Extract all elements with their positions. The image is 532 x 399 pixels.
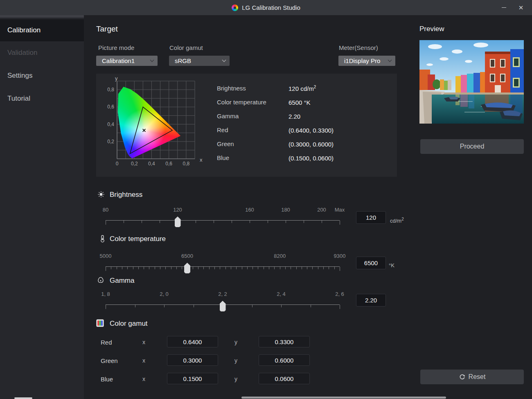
slider-scale-label: 2, 6: [335, 291, 344, 297]
color-gamut-dropdown[interactable]: sRGB: [169, 56, 230, 66]
proceed-button[interactable]: Proceed: [420, 139, 524, 154]
gamut-green-y-label: y: [234, 357, 237, 364]
app-color-wheel-icon: [232, 5, 238, 11]
target-heading: Target: [96, 25, 118, 34]
slider-scale-label: 160: [245, 207, 254, 213]
close-button[interactable]: ✕: [512, 0, 530, 15]
chevron-down-icon: [222, 58, 226, 62]
slider-thumb[interactable]: [175, 216, 181, 227]
slider-track[interactable]: [106, 266, 340, 267]
slider-scale-label: 1, 8: [101, 291, 110, 297]
color-gamut-rgb-icon: [96, 319, 104, 327]
chevron-down-icon: [150, 58, 154, 62]
color-gamut-value: sRGB: [175, 57, 191, 64]
slider-thumb[interactable]: [220, 301, 226, 311]
gamut-blue-y-input[interactable]: [259, 373, 310, 384]
meter-sensor-dropdown[interactable]: i1Display Pro: [338, 56, 395, 66]
summary-color-temperature-label: Color temperature: [217, 99, 266, 106]
summary-green-value: (0.3000, 0.6000): [289, 140, 334, 148]
gamut-red-x-input[interactable]: [167, 336, 218, 347]
gamut-blue-label: Blue: [101, 376, 113, 383]
minimize-icon: [502, 7, 506, 8]
slider-scale-label: 180: [281, 207, 290, 213]
sidebar-top-strip: [0, 15, 84, 18]
summary-brightness-label: Brightness: [217, 85, 246, 92]
brightness-unit-label: cd/m2: [390, 217, 404, 224]
slider-scale-label: 2, 2: [218, 291, 227, 297]
summary-color-temperature-value: 6500 °K: [289, 99, 311, 106]
slider-scale-label: 2, 4: [277, 291, 286, 297]
gamut-red-y-input[interactable]: [259, 336, 310, 347]
proceed-button-label: Proceed: [460, 143, 485, 150]
meter-sensor-label: Meter(Sensor): [339, 44, 378, 51]
reset-button-label: Reset: [469, 373, 486, 381]
chevron-down-icon: [388, 58, 392, 62]
gamut-green-y-input[interactable]: [259, 354, 310, 366]
slider-scale-label: Max: [335, 207, 345, 213]
sidebar-item-settings[interactable]: Settings: [0, 65, 84, 87]
color-gamut-section-title: Color gamut: [110, 320, 148, 328]
gamma-value-input[interactable]: [356, 294, 386, 307]
reset-button[interactable]: Reset: [420, 370, 524, 384]
sidebar-scrollbar-thumb[interactable]: [14, 397, 32, 399]
color-gamut-label: Color gamut: [169, 44, 203, 51]
preview-heading: Preview: [419, 25, 444, 33]
summary-blue-value: (0.1500, 0.0600): [289, 154, 334, 162]
picture-mode-label: Picture mode: [98, 44, 134, 51]
slider-thumb[interactable]: [184, 263, 190, 273]
gamut-red-y-label: y: [234, 339, 237, 345]
slider-scale-label: 80: [103, 207, 108, 213]
slider-scale-label: 9300: [334, 253, 346, 259]
gamut-green-x-input[interactable]: [167, 354, 218, 366]
color-temperature-thermometer-icon: [98, 234, 106, 243]
reset-icon: [459, 374, 466, 381]
slider-scale-label: 200: [317, 207, 326, 213]
slider-scale-label: 8200: [274, 253, 286, 259]
horizontal-scrollbar-thumb[interactable]: [241, 397, 446, 399]
sidebar-item-tutorial[interactable]: Tutorial: [0, 88, 84, 110]
sidebar-item-label: Settings: [7, 72, 32, 80]
slider-track[interactable]: [106, 220, 340, 221]
gamma-section-title: Gamma: [110, 277, 134, 285]
summary-gamma-value: 2.20: [289, 113, 300, 120]
close-icon: ✕: [518, 4, 524, 11]
sidebar: Calibration Validation Settings Tutorial: [0, 15, 84, 399]
slider-scale-label: 120: [173, 207, 182, 213]
summary-green-label: Green: [217, 140, 234, 147]
slider-scale-label: 6500: [181, 253, 193, 259]
preview-image: [419, 40, 524, 124]
title-bar: LG Calibration Studio: [0, 0, 532, 15]
color-temperature-section-title: Color temperature: [110, 235, 166, 243]
gamma-icon: [97, 276, 105, 284]
picture-mode-dropdown[interactable]: Calibration1: [96, 56, 158, 66]
meter-sensor-value: i1Display Pro: [344, 57, 380, 64]
summary-blue-label: Blue: [217, 154, 229, 161]
gamut-green-x-label: x: [142, 357, 145, 364]
sidebar-item-label: Tutorial: [7, 95, 30, 103]
summary-red-value: (0.6400, 0.3300): [289, 126, 334, 134]
sidebar-item-label: Validation: [7, 49, 37, 57]
color-temperature-value-input[interactable]: [356, 257, 386, 269]
gamut-blue-x-label: x: [142, 376, 145, 382]
color-temperature-unit-label: °K: [389, 262, 394, 268]
sidebar-item-validation[interactable]: Validation: [0, 42, 84, 64]
minimize-button[interactable]: [494, 0, 513, 15]
picture-mode-value: Calibration1: [102, 57, 135, 64]
summary-gamma-label: Gamma: [217, 113, 239, 119]
gamut-red-x-label: x: [142, 339, 145, 345]
brightness-sun-icon: [97, 190, 105, 198]
window-title: LG Calibration Studio: [242, 4, 300, 11]
gamut-red-label: Red: [101, 339, 112, 346]
summary-red-label: Red: [217, 126, 228, 133]
app-window: LG Calibration Studio ✕ Calibration Vali…: [0, 0, 532, 399]
slider-scale-label: 2, 0: [160, 291, 169, 297]
brightness-section-title: Brightness: [110, 191, 142, 199]
summary-brightness-value: 120 cd/m2: [289, 85, 316, 92]
gamut-blue-y-label: y: [234, 376, 237, 382]
slider-scale-label: 5000: [100, 253, 112, 259]
brightness-value-input[interactable]: [356, 211, 386, 224]
sidebar-item-calibration[interactable]: Calibration: [0, 19, 84, 41]
gamut-blue-x-input[interactable]: [167, 373, 218, 384]
sidebar-item-label: Calibration: [7, 26, 41, 34]
gamut-green-label: Green: [101, 357, 118, 364]
